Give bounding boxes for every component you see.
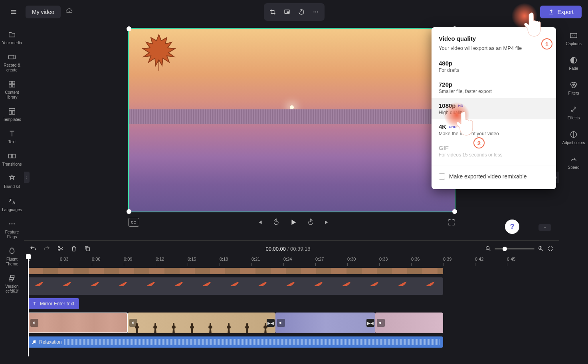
fullscreen-icon[interactable] <box>447 218 455 226</box>
transition-icon[interactable]: ▶◀ <box>267 319 275 327</box>
sidebar-item-languages[interactable]: Languages <box>0 194 24 216</box>
sidebar-item-brand-kit[interactable]: Brand kit <box>0 171 24 192</box>
timeline-ruler[interactable]: 0 0:03 0:06 0:09 0:12 0:15 0:18 0:21 0:2… <box>24 257 559 267</box>
svg-rect-15 <box>12 111 15 114</box>
timeline-toolbar: 00:00.00 / 00:39.18 <box>24 241 559 257</box>
captions-badge[interactable]: CC <box>128 218 139 227</box>
sidebar-item-version[interactable]: Version ccfd61f <box>0 271 24 297</box>
sidebar-item-captions[interactable]: Captions <box>559 27 588 50</box>
panel-collapse-icon[interactable] <box>539 224 551 231</box>
sidebar-item-effects[interactable]: Effects <box>559 101 588 125</box>
skip-end-icon[interactable] <box>323 219 331 226</box>
split-icon[interactable] <box>57 245 64 252</box>
skip-start-icon[interactable] <box>256 219 263 226</box>
fit-icon[interactable] <box>547 245 554 252</box>
player-controls: CC <box>128 218 455 227</box>
remixable-checkbox-row[interactable]: Make exported video remixable <box>432 170 556 183</box>
zoom-out-icon[interactable] <box>485 245 491 252</box>
effects-track[interactable] <box>28 277 443 295</box>
sidebar-item-your-media[interactable]: Your media <box>0 27 24 49</box>
playhead[interactable] <box>28 257 29 356</box>
right-sidebar: Captions Fade Filters Effects Adjust col… <box>559 24 588 240</box>
music-icon <box>31 339 37 345</box>
sidebar-item-content-library[interactable]: Content library <box>0 77 24 103</box>
svg-rect-4 <box>287 12 289 13</box>
project-title[interactable]: My video <box>26 6 61 18</box>
speaker-icon[interactable] <box>30 319 38 327</box>
sidebar-item-feature-flags[interactable]: Feature Flags <box>0 216 24 243</box>
svg-rect-12 <box>12 85 15 87</box>
sidebar-item-fluent-theme[interactable]: Fluent Theme <box>0 243 24 270</box>
waveform <box>64 339 440 345</box>
video-track[interactable]: ▶◀ ▶◀ <box>28 313 443 333</box>
svg-rect-29 <box>86 247 89 251</box>
menu-icon[interactable] <box>6 5 21 19</box>
sidebar-item-speed[interactable]: Speed <box>559 151 588 174</box>
total-time: 00:39.18 <box>290 246 311 252</box>
video-clip-2[interactable]: ▶◀ <box>128 313 275 333</box>
svg-rect-9 <box>9 81 12 84</box>
speaker-icon[interactable] <box>277 319 285 327</box>
svg-rect-14 <box>9 111 12 114</box>
text-track-clip[interactable]: Mirror Enter text <box>28 298 79 309</box>
video-clip-4[interactable] <box>375 313 443 333</box>
sidebar-item-record-create[interactable]: Record & create <box>0 49 24 76</box>
quality-option-gif: GIF For videos 15 seconds or less <box>432 140 556 162</box>
transition-icon[interactable]: ▶◀ <box>366 319 374 327</box>
sidebar-item-filters[interactable]: Filters <box>559 77 588 100</box>
popup-subtitle: Your video will export as an MP4 file <box>432 45 556 56</box>
help-button[interactable]: ? <box>505 220 519 234</box>
cloud-sync-icon[interactable] <box>65 7 75 17</box>
delete-icon[interactable] <box>70 245 77 252</box>
text-icon <box>32 301 38 307</box>
video-clip-1[interactable] <box>28 313 128 333</box>
timecode-display: 00:00.00 / 00:39.18 <box>265 246 310 252</box>
svg-point-20 <box>14 224 15 225</box>
resize-handle-br[interactable] <box>452 209 457 214</box>
zoom-in-icon[interactable] <box>538 245 544 252</box>
quality-option-480p[interactable]: 480p For drafts <box>432 56 556 77</box>
svg-point-7 <box>317 12 318 12</box>
duplicate-icon[interactable] <box>84 245 91 252</box>
svg-rect-16 <box>9 154 12 158</box>
svg-point-5 <box>313 12 314 12</box>
speaker-icon[interactable] <box>377 319 385 327</box>
sidebar-item-fade[interactable]: Fade <box>559 52 588 75</box>
forward-icon[interactable] <box>307 218 315 226</box>
audio-track-clip[interactable]: Relaxation <box>28 336 443 348</box>
redo-icon[interactable] <box>43 245 50 252</box>
crop-icon[interactable] <box>266 6 279 18</box>
undo-icon[interactable] <box>30 245 37 252</box>
leaf-icon <box>34 280 45 291</box>
zoom-slider-thumb[interactable] <box>503 247 507 251</box>
audio-clip-label: Relaxation <box>39 339 62 345</box>
timeline-tracks: Mirror Enter text ▶◀ ▶◀ Relaxation <box>24 267 559 364</box>
svg-point-19 <box>12 224 13 225</box>
rotate-icon[interactable] <box>295 6 308 18</box>
svg-rect-13 <box>9 109 15 111</box>
export-button[interactable]: Export <box>540 6 582 18</box>
sidebar-item-transitions[interactable]: Transitions <box>0 148 24 170</box>
sidebar-item-templates[interactable]: Templates <box>0 104 24 125</box>
resize-handle-bl[interactable] <box>127 209 131 214</box>
remixable-checkbox[interactable] <box>439 173 445 180</box>
top-bar: My video Export <box>0 0 588 24</box>
text-clip-label: Mirror Enter text <box>40 301 74 307</box>
pip-icon[interactable] <box>281 6 293 18</box>
sidebar-item-text[interactable]: Text <box>0 126 24 148</box>
overlay-track[interactable] <box>28 268 443 274</box>
leaf-overlay <box>139 33 179 73</box>
more-icon[interactable] <box>309 6 322 18</box>
export-button-label: Export <box>558 9 574 15</box>
video-clip-3[interactable]: ▶◀ <box>275 313 375 333</box>
rewind-icon[interactable] <box>272 218 280 226</box>
video-preview[interactable] <box>128 28 455 212</box>
remixable-label: Make exported video remixable <box>449 173 527 180</box>
play-icon[interactable] <box>289 218 298 227</box>
resize-handle-tl[interactable] <box>127 26 131 31</box>
zoom-slider[interactable] <box>495 248 535 249</box>
sidebar-item-adjust-colors[interactable]: Adjust colors <box>559 126 588 149</box>
svg-rect-21 <box>570 34 577 38</box>
quality-option-720p[interactable]: 720p Smaller file, faster export <box>432 77 556 98</box>
svg-rect-8 <box>9 55 14 59</box>
